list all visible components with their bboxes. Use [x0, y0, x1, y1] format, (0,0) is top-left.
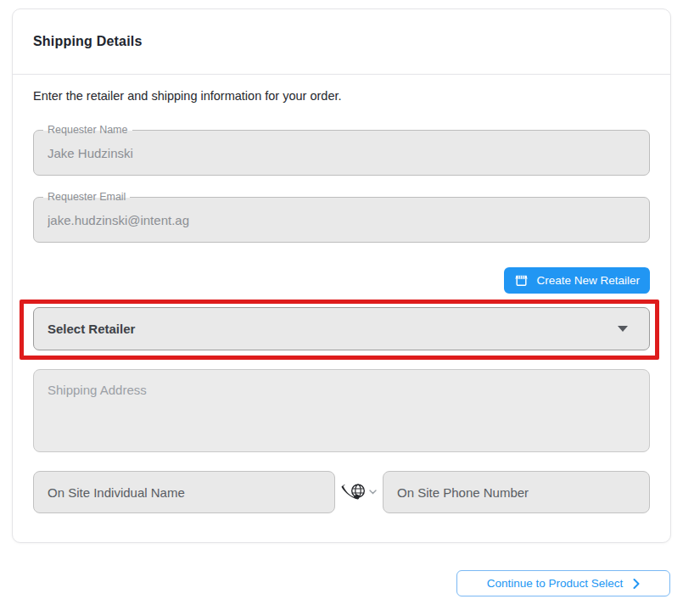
onsite-row [33, 471, 650, 513]
phone-globe-icon [341, 483, 367, 501]
card-header: Shipping Details [13, 9, 670, 75]
card-body: Enter the retailer and shipping informat… [13, 75, 670, 513]
requester-email-field: Requester Email [33, 197, 650, 243]
chevron-right-icon [633, 579, 640, 589]
select-retailer-placeholder: Select Retailer [48, 322, 618, 336]
chevron-down-icon [369, 490, 377, 495]
phone-country-selector[interactable] [335, 483, 383, 501]
intro-text: Enter the retailer and shipping informat… [33, 89, 650, 104]
on-site-phone-number-input[interactable] [383, 471, 650, 513]
shipping-details-card: Shipping Details Enter the retailer and … [12, 8, 671, 543]
requester-name-field: Requester Name [33, 130, 650, 176]
create-retailer-row: Create New Retailer [33, 267, 650, 294]
requester-name-label: Requester Name [43, 124, 132, 137]
create-new-retailer-button[interactable]: Create New Retailer [504, 267, 650, 294]
storefront-icon [514, 273, 529, 288]
requester-email-label: Requester Email [43, 191, 130, 204]
shipping-address-textarea[interactable] [33, 369, 650, 452]
create-new-retailer-label: Create New Retailer [536, 274, 640, 287]
red-highlight-annotation: Select Retailer [20, 300, 659, 360]
on-site-individual-name-input[interactable] [33, 471, 335, 513]
requester-email-input [34, 213, 649, 227]
continue-to-product-select-button[interactable]: Continue to Product Select [456, 570, 670, 596]
page-title: Shipping Details [33, 34, 143, 49]
continue-button-label: Continue to Product Select [487, 577, 624, 590]
requester-name-input [34, 146, 649, 160]
caret-down-icon [618, 326, 628, 332]
select-retailer-dropdown[interactable]: Select Retailer [33, 307, 650, 350]
